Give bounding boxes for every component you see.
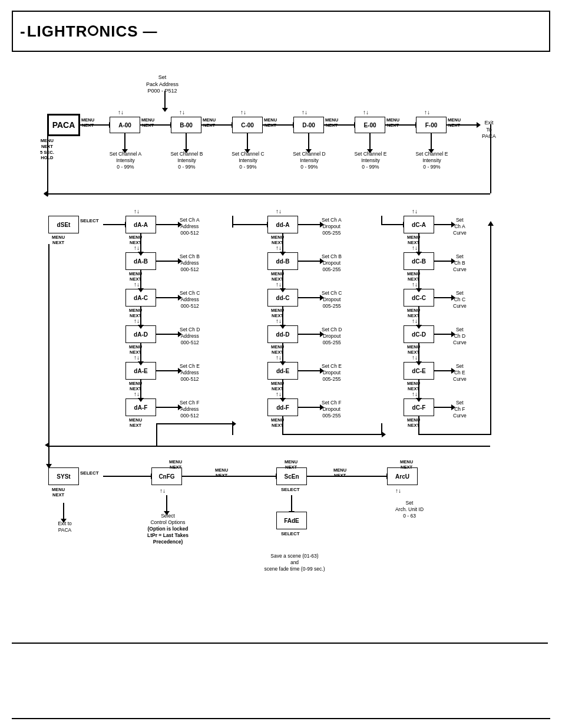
f00-ud: ↑↓ (424, 108, 430, 116)
dc-a-ud: ↑↓ (412, 207, 418, 215)
d00-box: D-00 (293, 117, 324, 133)
fade-box: FAdE (276, 512, 307, 529)
dset-select: SELECT (80, 218, 99, 223)
dd-b-label: Set Ch BDropout005-255 (322, 253, 342, 273)
ch-c-label: Set Channel CIntensity0 - 99% (229, 151, 267, 170)
header: - LIGHTRNICS — (12, 11, 550, 52)
ch-e-label: Set Channel EIntensity0 - 99% (351, 151, 390, 170)
dd-b-ud: ↑↓ (276, 244, 282, 252)
ch-f-label: Set Channel EIntensity0 - 99% (412, 151, 451, 170)
da-a-ud: ↑↓ (134, 207, 140, 215)
fade-select: SELECT (281, 531, 300, 536)
f-to-exit-menu: MENUNEXT (448, 117, 461, 128)
d00-ud: ↑↓ (302, 108, 308, 116)
a00-box: A-00 (110, 117, 140, 133)
save-scene-label: Save a scene (01-63)andscene fade time (… (247, 553, 342, 572)
dc-c-label: SetCh CCurve (453, 290, 467, 309)
dd-a-box: dd-A (267, 216, 298, 233)
syst-exit-paca: Exit toPACA (48, 521, 81, 533)
paca-to-a-menu: MENUNEXT (81, 117, 94, 128)
arcu-ud: ↑↓ (395, 487, 401, 495)
dd-f-ud: ↑↓ (276, 390, 282, 398)
da-b-ud: ↑↓ (134, 244, 140, 252)
f00-box: F-00 (416, 117, 447, 133)
e-to-f-menu: MENUNEXT (386, 117, 399, 128)
dset-menu-next: MENUNEXT (52, 235, 65, 245)
dc-b-ud: ↑↓ (412, 244, 418, 252)
dc-f-ud: ↑↓ (412, 390, 418, 398)
arcu-box: ArcU (387, 467, 418, 485)
da-e-addr: Set Ch EAddress000-512 (180, 363, 200, 383)
diagram: SetPack AddressP000 - P512 PACA MENUNEXT… (12, 58, 548, 724)
da-e-ud: ↑↓ (134, 354, 140, 361)
dc-e-label: SetCh ECurve (453, 363, 467, 383)
e00-ud: ↑↓ (363, 108, 369, 116)
dd-e-ud: ↑↓ (276, 354, 282, 361)
syst-menu-next: MENUNEXT (52, 487, 65, 498)
ch-d-label: Set Channel DIntensity0 - 99% (290, 151, 329, 170)
da-a-addr: Set Ch AAddress000-512 (180, 217, 200, 236)
cnfg-ud: ↑↓ (160, 487, 166, 495)
dset-box: dSEt (48, 216, 79, 233)
da-d-ud: ↑↓ (134, 317, 140, 325)
dc-c-ud: ↑↓ (412, 281, 418, 288)
da-c-addr: Set Ch CAddress000-512 (180, 290, 200, 309)
da-b-addr: Set Ch BAddress000-512 (180, 253, 200, 273)
da-f-ud: ↑↓ (134, 390, 140, 398)
dd-c-ud: ↑↓ (276, 281, 282, 288)
dc-d-ud: ↑↓ (412, 317, 418, 325)
dc-a-box: dC-A (404, 216, 434, 233)
da-d-addr: Set Ch DAddress000-512 (180, 327, 200, 346)
scen-to-arcu-menu: MENUNEXT (333, 467, 346, 478)
dc-b-label: SetCh BCurve (453, 253, 467, 273)
dd-a-label: Set Ch ADropout005-255 (322, 217, 342, 236)
dd-a-ud: ↑↓ (276, 207, 282, 215)
syst-select: SELECT (80, 470, 99, 476)
ch-b-label: Set Channel BIntensity0 - 99% (167, 151, 206, 170)
dc-f-label: SetCh FCurve (453, 400, 467, 419)
dc-a-label: SetCh ACurve (453, 217, 467, 236)
a-to-b-menu: MENUNEXT (141, 117, 154, 128)
dd-c-label: Set Ch CDropout005-255 (322, 290, 342, 309)
cnfg-to-scen-menu: MENUNEXT (215, 467, 228, 478)
scen-box: ScEn (276, 467, 307, 485)
b00-box: B-00 (171, 117, 201, 133)
arcu-menu-next-top: MENUNEXT (400, 459, 413, 470)
da-a-box: dA-A (125, 216, 156, 233)
c-to-d-menu: MENUNEXT (264, 117, 277, 128)
dd-e-label: Set Ch EDropout005-255 (322, 363, 342, 383)
dd-f-label: Set Ch FDropout005-255 (322, 400, 342, 419)
b00-ud: ↑↓ (179, 108, 185, 116)
d-to-e-menu: MENUNEXT (325, 117, 338, 128)
scen-select: SELECT (281, 487, 300, 492)
scen-menu-next-top: MENUNEXT (285, 459, 297, 470)
paca-box: PACA (47, 114, 80, 136)
select-ctrl-label: SelectControl Options(Option is lockedLt… (141, 513, 194, 545)
e00-box: E-00 (355, 117, 385, 133)
cnfg-menu-next-top: MENUNEXT (169, 459, 182, 470)
arcu-label: SetArch. Unit ID0 - 63 (386, 500, 433, 519)
exit-to-paca-label: ExitToPACA (482, 120, 496, 140)
da-f-addr: Set Ch FAddress000-512 (180, 400, 200, 419)
c00-ud: ↑↓ (240, 108, 246, 116)
syst-box: SYSt (48, 467, 79, 485)
da-f-menu: MENUNEXT (129, 417, 142, 428)
dd-d-ud: ↑↓ (276, 317, 282, 325)
logo: - LIGHTRNICS — (20, 22, 158, 41)
ch-a-label: Set Channel AIntensity0 - 99% (106, 151, 145, 170)
c00-box: C-00 (232, 117, 263, 133)
cnfg-box: CnFG (151, 467, 182, 485)
b-to-c-menu: MENUNEXT (203, 117, 216, 128)
dc-d-label: SetCh DCurve (453, 327, 467, 346)
set-pack-address-label: SetPack AddressP000 - P512 (146, 74, 178, 95)
dc-e-ud: ↑↓ (412, 354, 418, 361)
dd-d-label: Set Ch DDropout005-255 (322, 327, 342, 346)
da-c-ud: ↑↓ (134, 281, 140, 288)
a00-ud: ↑↓ (118, 108, 124, 116)
